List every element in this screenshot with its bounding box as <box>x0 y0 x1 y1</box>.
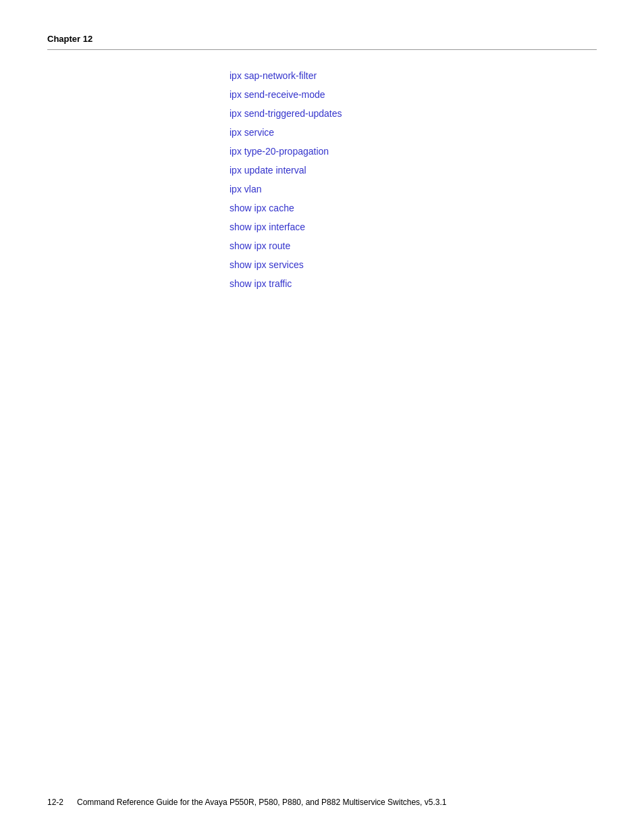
toc-link-link-7[interactable]: ipx vlan <box>230 184 597 194</box>
header-divider <box>47 49 597 50</box>
toc-link-link-10[interactable]: show ipx route <box>230 240 597 251</box>
toc-link-link-6[interactable]: ipx update interval <box>230 165 597 176</box>
toc-link-link-9[interactable]: show ipx interface <box>230 221 597 232</box>
toc-list: ipx sap-network-filteripx send-receive-m… <box>230 70 597 289</box>
chapter-title: Chapter 12 <box>47 34 92 44</box>
toc-link-link-3[interactable]: ipx send-triggered-updates <box>230 108 597 119</box>
toc-link-link-11[interactable]: show ipx services <box>230 259 597 270</box>
chapter-header: Chapter 12 <box>47 34 597 44</box>
toc-link-link-12[interactable]: show ipx traffic <box>230 278 597 289</box>
footer-page-number: 12-2 <box>47 798 63 807</box>
page-footer: 12-2 Command Reference Guide for the Ava… <box>47 798 597 807</box>
toc-link-link-4[interactable]: ipx service <box>230 127 597 138</box>
toc-link-link-8[interactable]: show ipx cache <box>230 203 597 213</box>
toc-link-link-1[interactable]: ipx sap-network-filter <box>230 70 597 81</box>
page-container: Chapter 12 ipx sap-network-filteripx sen… <box>0 0 644 834</box>
footer-title: Command Reference Guide for the Avaya P5… <box>77 798 446 807</box>
toc-link-link-5[interactable]: ipx type-20-propagation <box>230 146 597 157</box>
toc-link-link-2[interactable]: ipx send-receive-mode <box>230 89 597 100</box>
